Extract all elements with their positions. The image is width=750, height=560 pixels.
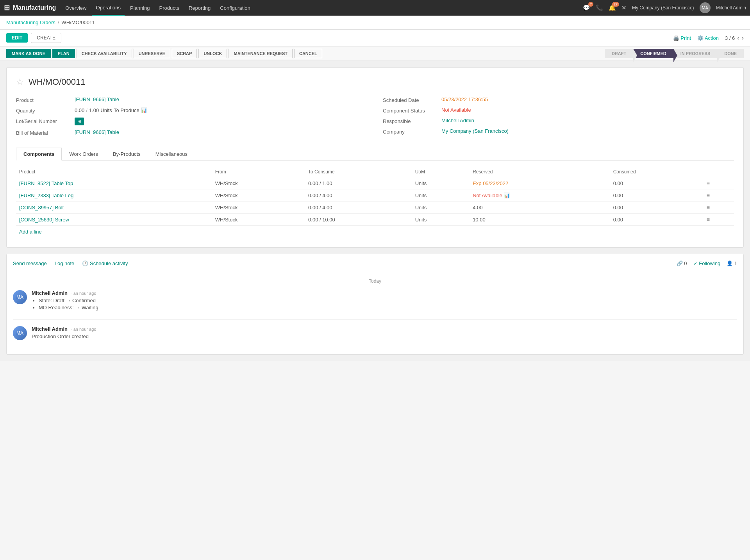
row-to-consume: 0.00 / 4.00 — [305, 189, 412, 202]
send-message-button[interactable]: Send message — [13, 260, 47, 266]
lot-label: Lot/Serial Number — [16, 118, 75, 125]
cancel-button[interactable]: CANCEL — [294, 49, 322, 58]
toolbar: EDIT CREATE 🖨️ Print ⚙️ Action 3 / 6 ‹ › — [0, 30, 750, 46]
log-note-button[interactable]: Log note — [55, 260, 75, 266]
close-icon[interactable]: ✕ — [621, 4, 627, 11]
row-reserved: 10.00 — [470, 214, 610, 226]
top-navigation: ⊞ Manufacturing Overview Operations Plan… — [0, 0, 750, 16]
print-button[interactable]: 🖨️ Print — [673, 35, 691, 41]
tab-miscellaneous[interactable]: Miscellaneous — [148, 148, 195, 161]
row-detail-icon[interactable]: ≡ — [704, 202, 734, 214]
check-availability-button[interactable]: CHECK AVAILABILITY — [77, 49, 132, 58]
scheduled-date-field: Scheduled Date 05/23/2022 17:36:55 — [383, 96, 734, 103]
next-record-button[interactable]: › — [742, 34, 744, 41]
row-detail-icon[interactable]: ≡ — [704, 214, 734, 226]
col-reserved: Reserved — [470, 167, 610, 177]
message-text-1: State: Draft → Confirmed MO Readiness: →… — [32, 298, 737, 310]
row-to-consume: 0.00 / 4.00 — [305, 202, 412, 214]
row-product[interactable]: [CONS_25630] Screw — [16, 214, 212, 226]
message-avatar-2: MA — [13, 326, 27, 340]
grid-icon[interactable]: ⊞ — [4, 4, 10, 12]
breadcrumb-parent[interactable]: Manufacturing Orders — [6, 20, 55, 25]
company-label: Company — [383, 128, 441, 135]
tab-components[interactable]: Components — [16, 148, 62, 161]
company-name: My Company (San Francisco) — [632, 5, 694, 11]
today-divider: Today — [13, 278, 737, 284]
row-from: WH/Stock — [212, 189, 305, 202]
message-header-1: Mitchell Admin - an hour ago — [32, 290, 737, 296]
action-button[interactable]: ⚙️ Action — [697, 35, 719, 41]
components-table: Product From To Consume UoM Reserved Con… — [16, 167, 734, 226]
activity-badge: 27 — [612, 2, 619, 7]
company-value[interactable]: My Company (San Francisco) — [441, 128, 509, 135]
col-uom: UoM — [412, 167, 470, 177]
chatter-right: 🔗 0 ✓ Following 👤 1 — [677, 260, 737, 266]
row-to-consume: 0.00 / 1.00 — [305, 177, 412, 189]
bom-label: Bill of Material — [16, 129, 75, 136]
app-brand[interactable]: ⊞ Manufacturing — [4, 4, 56, 12]
plan-button[interactable]: PLAN — [52, 49, 75, 58]
tab-work-orders[interactable]: Work Orders — [62, 148, 105, 161]
col-actions — [704, 167, 734, 177]
nav-products[interactable]: Products — [155, 0, 183, 16]
bom-value[interactable]: [FURN_9666] Table — [75, 129, 119, 136]
nav-operations[interactable]: Operations — [92, 0, 125, 16]
unlock-button[interactable]: UNLOCK — [198, 49, 227, 58]
component-tabs: Components Work Orders By-Products Misce… — [16, 148, 734, 161]
product-value[interactable]: [FURN_9666] Table — [75, 96, 119, 103]
nav-reporting[interactable]: Reporting — [185, 0, 214, 16]
responsible-value[interactable]: Mitchell Admin — [441, 118, 474, 124]
table-row: [CONS_25630] Screw WH/Stock 0.00 / 10.00… — [16, 214, 734, 226]
message-item-1: MA Mitchell Admin - an hour ago State: D… — [13, 290, 737, 312]
prev-record-button[interactable]: ‹ — [737, 34, 739, 41]
scrap-button[interactable]: SCRAP — [172, 49, 197, 58]
nav-overview[interactable]: Overview — [61, 0, 90, 16]
row-product[interactable]: [FURN_2333] Table Leg — [16, 189, 212, 202]
row-detail-icon[interactable]: ≡ — [704, 189, 734, 202]
phone-icon[interactable]: 📞 — [596, 4, 603, 11]
following-button[interactable]: ✓ Following — [693, 260, 721, 266]
row-from: WH/Stock — [212, 202, 305, 214]
row-product[interactable]: [FURN_8522] Table Top — [16, 177, 212, 189]
nav-planning[interactable]: Planning — [126, 0, 154, 16]
quantity-field: Quantity 0.00 / 1.00 Units To Produce 📊 — [16, 107, 367, 114]
edit-button[interactable]: EDIT — [6, 33, 28, 43]
breadcrumb: Manufacturing Orders / WH/MO/00011 — [0, 16, 750, 30]
message-time-1: - an hour ago — [71, 291, 96, 296]
quantity-label: Quantity — [16, 107, 75, 114]
quantity-produce: To Produce — [114, 107, 139, 113]
activity-icon[interactable]: 🔔27 — [609, 4, 616, 11]
form-fields: Product [FURN_9666] Table Quantity 0.00 … — [16, 96, 734, 140]
status-in-progress: IN PROGRESS — [673, 49, 717, 58]
add-line-button[interactable]: Add a line — [16, 226, 45, 238]
msg-line-1: State: Draft → Confirmed — [39, 298, 737, 303]
lot-icon-button[interactable]: ⊞ — [75, 118, 84, 125]
action-bar: MARK AS DONE PLAN CHECK AVAILABILITY UNR… — [0, 46, 750, 61]
chatter-actions: Send message Log note 🕐 Schedule activit… — [13, 260, 737, 272]
message-author-1: Mitchell Admin — [32, 290, 68, 296]
create-button[interactable]: CREATE — [31, 33, 61, 43]
form-title-row: ☆ WH/MO/00011 — [16, 77, 734, 87]
favorite-star-icon[interactable]: ☆ — [16, 77, 24, 87]
row-consumed: 0.00 — [610, 189, 704, 202]
message-body-2: Mitchell Admin - an hour ago Production … — [32, 326, 737, 340]
nav-configuration[interactable]: Configuration — [216, 0, 254, 16]
chat-icon[interactable]: 💬7 — [583, 4, 590, 11]
forecast-icon[interactable]: 📊 — [141, 107, 147, 113]
user-avatar[interactable]: MA — [700, 2, 711, 13]
mark-as-done-button[interactable]: MARK AS DONE — [6, 49, 51, 58]
col-to-consume: To Consume — [305, 167, 412, 177]
quantity-from[interactable]: 0.00 — [75, 107, 84, 113]
schedule-activity-button[interactable]: 🕐 Schedule activity — [82, 260, 128, 266]
tab-by-products[interactable]: By-Products — [105, 148, 148, 161]
col-consumed: Consumed — [610, 167, 704, 177]
scheduled-date-value[interactable]: 05/23/2022 17:36:55 — [441, 96, 488, 103]
row-to-consume: 0.00 / 10.00 — [305, 214, 412, 226]
row-product[interactable]: [CONS_89957] Bolt — [16, 202, 212, 214]
row-detail-icon[interactable]: ≡ — [704, 177, 734, 189]
form-title: WH/MO/00011 — [29, 77, 86, 87]
responsible-label: Responsible — [383, 118, 441, 124]
maintenance-request-button[interactable]: MAINTENANCE REQUEST — [229, 49, 293, 58]
unreserve-button[interactable]: UNRESERVE — [134, 49, 170, 58]
user-name: Mitchell Admin — [716, 5, 746, 11]
